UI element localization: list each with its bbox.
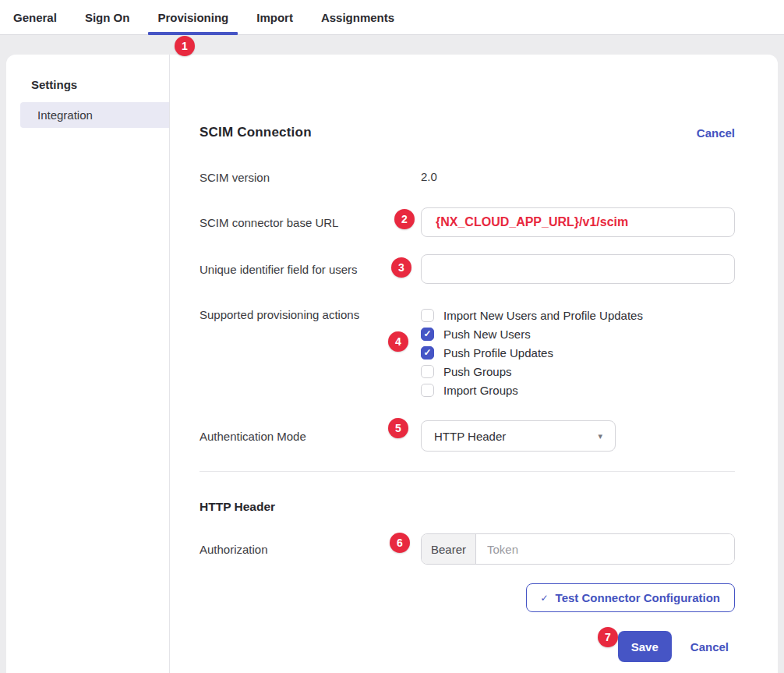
form-header: SCIM Connection Cancel [200, 125, 735, 140]
test-connector-button[interactable]: ✓ Test Connector Configuration [526, 583, 735, 612]
scim-version-row: SCIM version 2.0 [200, 170, 735, 184]
tab-general[interactable]: General [4, 0, 66, 34]
annotation-badge-6: 6 [390, 533, 410, 553]
sidebar-heading: Settings [31, 78, 169, 91]
scim-connection-form: SCIM Connection Cancel SCIM version 2.0 … [170, 55, 778, 673]
checkbox-push-profile-updates[interactable]: ✓ Push Profile Updates [421, 343, 735, 362]
bearer-prefix: Bearer [422, 534, 476, 564]
checkbox-push-groups[interactable]: ✓ Push Groups [421, 362, 735, 381]
annotation-badge-1: 1 [175, 36, 195, 56]
checkbox-import-new-users[interactable]: ✓ Import New Users and Profile Updates [421, 306, 735, 324]
check-icon: ✓ [423, 348, 431, 357]
provisioning-actions-label: Supported provisioning actions [200, 306, 421, 324]
http-header-section-title: HTTP Header [200, 500, 735, 514]
token-input[interactable] [476, 534, 734, 564]
cancel-link-top[interactable]: Cancel [697, 126, 735, 140]
annotation-badge-3: 3 [391, 257, 411, 278]
auth-mode-value: HTTP Header [434, 430, 506, 443]
checkbox-label: Push New Users [443, 328, 531, 341]
tab-import[interactable]: Import [247, 0, 302, 34]
checkbox-icon: ✓ [421, 328, 434, 341]
tab-provisioning[interactable]: Provisioning [148, 0, 238, 34]
unique-id-row: Unique identifier field for users [200, 254, 735, 284]
settings-sidebar: Settings Integration [6, 55, 170, 673]
provisioning-actions-row: Supported provisioning actions ✓ Import … [200, 306, 735, 399]
checkbox-icon: ✓ [421, 384, 434, 397]
check-icon: ✓ [423, 329, 431, 338]
app-tabbar: General Sign On Provisioning Import Assi… [0, 0, 784, 35]
checkbox-icon: ✓ [421, 309, 434, 322]
test-connector-label: Test Connector Configuration [556, 591, 720, 604]
checkbox-label: Import New Users and Profile Updates [443, 309, 643, 322]
checkbox-label: Push Groups [443, 365, 512, 378]
annotation-badge-5: 5 [388, 418, 408, 438]
checkbox-label: Import Groups [443, 384, 518, 397]
provisioning-actions-list: ✓ Import New Users and Profile Updates ✓… [421, 306, 735, 399]
unique-id-label: Unique identifier field for users [200, 263, 421, 276]
base-url-label: SCIM connector base URL [200, 216, 421, 229]
annotation-badge-7: 7 [598, 627, 618, 647]
test-connector-row: ✓ Test Connector Configuration [200, 583, 735, 612]
tab-sign-on[interactable]: Sign On [76, 0, 139, 34]
authorization-row: Authorization Bearer [200, 533, 735, 565]
check-icon: ✓ [541, 593, 549, 604]
form-footer: Save Cancel [200, 631, 735, 662]
annotation-badge-4: 4 [388, 331, 408, 352]
app-screen: General Sign On Provisioning Import Assi… [0, 0, 784, 673]
checkbox-push-new-users[interactable]: ✓ Push New Users [421, 324, 735, 343]
base-url-input[interactable] [421, 207, 735, 237]
auth-mode-label: Authentication Mode [200, 430, 421, 443]
provisioning-panel: Settings Integration SCIM Connection Can… [6, 55, 778, 673]
tab-assignments[interactable]: Assignments [312, 0, 404, 34]
checkbox-label: Push Profile Updates [443, 346, 553, 360]
sidebar-item-integration[interactable]: Integration [20, 102, 169, 128]
section-divider [200, 471, 735, 472]
auth-mode-row: Authentication Mode HTTP Header ▾ [200, 420, 735, 452]
auth-mode-select[interactable]: HTTP Header ▾ [421, 420, 616, 452]
checkbox-icon: ✓ [421, 346, 434, 360]
save-button[interactable]: Save [618, 631, 672, 662]
authorization-label: Authorization [200, 543, 421, 556]
scim-version-label: SCIM version [200, 171, 421, 184]
cancel-link-bottom[interactable]: Cancel [690, 640, 729, 654]
annotation-badge-2: 2 [394, 209, 415, 229]
checkbox-import-groups[interactable]: ✓ Import Groups [421, 381, 735, 399]
page-title: SCIM Connection [200, 125, 312, 140]
authorization-field: Bearer [421, 533, 735, 565]
scim-version-value: 2.0 [421, 170, 437, 183]
caret-down-icon: ▾ [598, 431, 602, 441]
checkbox-icon: ✓ [421, 365, 434, 378]
base-url-row: SCIM connector base URL [200, 207, 735, 237]
unique-id-input[interactable] [421, 254, 735, 284]
